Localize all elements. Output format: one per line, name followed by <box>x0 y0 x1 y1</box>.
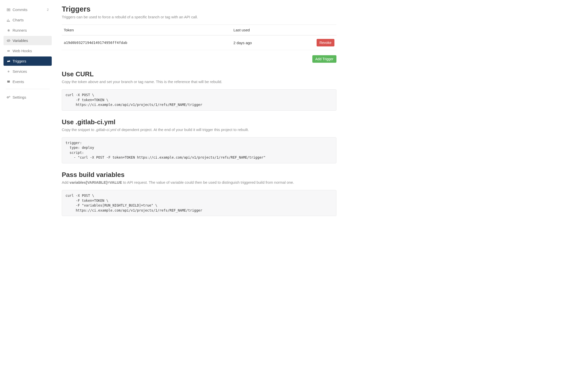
retweet-icon <box>7 59 11 63</box>
yml-title: Use .gitlab-ci.yml <box>62 118 336 126</box>
vars-lead: Add variables[VARIABLE]=VALUE to API req… <box>62 180 336 184</box>
sidebar-item-runners[interactable]: Runners <box>4 26 52 35</box>
table-row: a19d0b9327194d149174956ff4fdab 2 days ag… <box>62 35 336 50</box>
sidebar-item-label: Triggers <box>13 59 49 63</box>
sidebar-item-charts[interactable]: Charts <box>4 15 52 25</box>
sidebar-item-settings[interactable]: Settings <box>4 93 52 102</box>
last-used-value: 2 days ago <box>231 35 314 50</box>
sidebar-item-label: Web Hooks <box>13 49 49 53</box>
token-value: a19d0b9327194d149174956ff4fdab <box>62 35 231 50</box>
vars-code: curl -X POST \ -F token=TOKEN \ -F "vari… <box>62 190 336 216</box>
sidebar-item-webhooks[interactable]: Web Hooks <box>4 46 52 55</box>
sidebar-item-label: Variables <box>13 38 49 43</box>
curl-lead: Copy the token above and set your branch… <box>62 80 336 84</box>
gear-icon <box>7 28 11 32</box>
sidebar-item-label: Commits <box>13 8 47 12</box>
gears-icon <box>7 95 11 99</box>
sidebar-item-badge: 2 <box>47 8 49 12</box>
curl-title: Use CURL <box>62 70 336 78</box>
page-lead: Triggers can be used to force a rebuild … <box>62 15 336 19</box>
yml-code: trigger: type: deploy script: - "curl -X… <box>62 137 336 163</box>
svg-line-8 <box>8 39 9 42</box>
sidebar-item-variables[interactable]: Variables <box>4 36 52 45</box>
vars-title: Pass build variables <box>62 171 336 179</box>
sidebar-item-label: Runners <box>13 28 49 32</box>
gear-icon <box>7 70 11 74</box>
sidebar-item-label: Settings <box>13 95 49 99</box>
sidebar-item-label: Services <box>13 69 49 74</box>
page-title: Triggers <box>62 5 336 13</box>
code-icon <box>7 39 11 43</box>
sidebar-item-services[interactable]: Services <box>4 67 52 76</box>
main-content: Triggers Triggers can be used to force a… <box>53 5 341 224</box>
add-trigger-button[interactable]: Add Trigger <box>312 55 336 63</box>
sidebar: Commits 2 Charts Runners Variables Web H… <box>3 5 53 224</box>
sidebar-item-events[interactable]: Events <box>4 77 52 86</box>
sidebar-divider <box>6 89 50 89</box>
sidebar-item-triggers[interactable]: Triggers <box>4 56 52 66</box>
sidebar-item-commits[interactable]: Commits 2 <box>4 5 52 14</box>
col-token: Token <box>62 25 231 35</box>
book-icon <box>7 80 11 84</box>
list-icon <box>7 8 11 12</box>
yml-lead: Copy the snippet to .gitlab-ci.yml of de… <box>62 127 336 132</box>
col-last-used: Last used <box>231 25 314 35</box>
chart-icon <box>7 18 11 22</box>
triggers-table: Token Last used a19d0b9327194d149174956f… <box>62 25 336 50</box>
svg-point-11 <box>9 96 10 97</box>
curl-code: curl -X POST \ -F token=TOKEN \ https://… <box>62 89 336 111</box>
link-icon <box>7 49 11 53</box>
sidebar-item-label: Events <box>13 80 49 84</box>
revoke-button[interactable]: Revoke <box>317 39 334 46</box>
svg-point-10 <box>8 97 8 98</box>
sidebar-item-label: Charts <box>13 18 49 22</box>
